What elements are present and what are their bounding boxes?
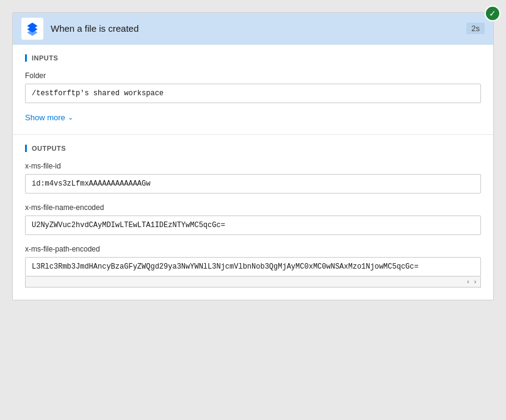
trigger-card: ✓ When a file is created 2s INPUTS Folde…	[12, 12, 494, 300]
field-label-1: x-ms-file-name-encoded	[25, 203, 481, 212]
success-badge: ✓	[485, 5, 501, 21]
card-duration: 2s	[466, 23, 485, 34]
show-more-label: Show more	[25, 113, 65, 122]
inputs-section: INPUTS Folder /testforftp's shared works…	[13, 45, 493, 135]
field-group-2: x-ms-file-path-encoded L3Rlc3Rmb3JmdHAnc…	[25, 245, 481, 288]
folder-label: Folder	[25, 71, 481, 80]
card-header: When a file is created 2s	[13, 13, 493, 45]
folder-field-group: Folder /testforftp's shared workspace	[25, 71, 481, 103]
dropbox-icon	[21, 18, 43, 40]
scroll-left-icon[interactable]: ‹	[465, 278, 471, 286]
chevron-down-icon: ⌄	[68, 114, 73, 121]
field-group-1: x-ms-file-name-encoded U2NyZWVuc2hvdCAyM…	[25, 203, 481, 235]
folder-value: /testforftp's shared workspace	[25, 84, 481, 103]
outputs-section: OUTPUTS x-ms-file-id id:m4vs3zLfmxAAAAAA…	[13, 135, 493, 300]
scroll-right-icon[interactable]: ›	[472, 278, 478, 286]
field-group-0: x-ms-file-id id:m4vs3zLfmxAAAAAAAAAAAAGw	[25, 162, 481, 194]
show-more-button[interactable]: Show more ⌄	[25, 113, 481, 122]
field-label-0: x-ms-file-id	[25, 162, 481, 170]
inputs-section-label: INPUTS	[25, 54, 481, 62]
field-label-2: x-ms-file-path-encoded	[25, 245, 481, 253]
card-header-left: When a file is created	[21, 18, 139, 40]
field-value-1: U2NyZWVuc2hvdCAyMDIwLTEwLTA1IDEzNTYwMC5q…	[25, 215, 481, 235]
field-value-0: id:m4vs3zLfmxAAAAAAAAAAAAGw	[25, 174, 481, 194]
outer-container: ✓ When a file is created 2s INPUTS Folde…	[0, 0, 506, 420]
card-title: When a file is created	[51, 23, 139, 34]
field-value-2-scroll[interactable]: L3Rlc3Rmb3JmdHAncyBzaGFyZWQgd29ya3NwYWNl…	[25, 257, 481, 277]
field-value-2: L3Rlc3Rmb3JmdHAncyBzaGFyZWQgd29ya3NwYWNl…	[26, 258, 480, 276]
outputs-section-label: OUTPUTS	[25, 145, 481, 152]
field-value-2-wrapper: L3Rlc3Rmb3JmdHAncyBzaGFyZWQgd29ya3NwYWNl…	[25, 257, 481, 288]
